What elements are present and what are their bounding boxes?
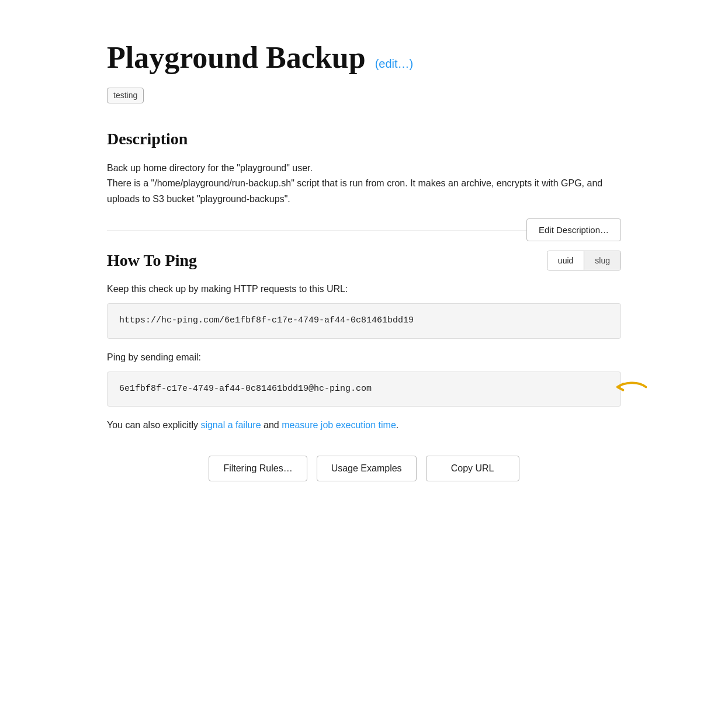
arrow-indicator bbox=[615, 375, 650, 402]
how-to-ping-section: How To Ping uuid slug Keep this check up… bbox=[107, 248, 621, 432]
page-title: Playground Backup bbox=[107, 35, 366, 81]
ping-section-header: How To Ping uuid slug bbox=[107, 248, 621, 273]
filtering-rules-button[interactable]: Filtering Rules… bbox=[209, 456, 307, 481]
also-text: You can also explicitly signal a failure… bbox=[107, 418, 621, 432]
uuid-slug-toggle: uuid slug bbox=[547, 251, 621, 270]
ping-intro-text: Keep this check up by making HTTP reques… bbox=[107, 282, 621, 296]
arrow-icon bbox=[615, 375, 650, 398]
tag-badge[interactable]: testing bbox=[107, 88, 144, 103]
slug-toggle-btn[interactable]: slug bbox=[584, 251, 620, 270]
page-container: Playground Backup (edit…) testing Descri… bbox=[60, 0, 668, 528]
description-body: Back up home directory for the "playgrou… bbox=[107, 161, 621, 207]
edit-link[interactable]: (edit…) bbox=[375, 55, 414, 72]
ping-url-value: https://hc-ping.com/6e1fbf8f-c17e-4749-a… bbox=[119, 315, 414, 325]
ping-url-box: https://hc-ping.com/6e1fbf8f-c17e-4749-a… bbox=[107, 303, 621, 339]
period: . bbox=[396, 420, 398, 430]
usage-examples-button[interactable]: Usage Examples bbox=[317, 456, 417, 481]
title-row: Playground Backup (edit…) bbox=[107, 35, 621, 81]
ping-heading: How To Ping bbox=[107, 248, 197, 273]
description-heading: Description bbox=[107, 127, 188, 151]
uuid-toggle-btn[interactable]: uuid bbox=[547, 251, 584, 270]
ping-email-value: 6e1fbf8f-c17e-4749-af44-0c81461bdd19@hc-… bbox=[119, 384, 372, 394]
measure-execution-link[interactable]: measure job execution time bbox=[282, 420, 396, 430]
description-header: Description bbox=[107, 127, 621, 151]
copy-url-button[interactable]: Copy URL bbox=[426, 456, 519, 481]
and-text: and bbox=[264, 420, 282, 430]
signal-failure-link[interactable]: signal a failure bbox=[200, 420, 261, 430]
description-line2: There is a "/home/playground/run-backup.… bbox=[107, 176, 621, 207]
bottom-actions: Filtering Rules… Usage Examples Copy URL bbox=[107, 456, 621, 481]
email-intro-text: Ping by sending email: bbox=[107, 350, 621, 365]
email-box-wrapper: 6e1fbf8f-c17e-4749-af44-0c81461bdd19@hc-… bbox=[107, 372, 621, 407]
also-text-before: You can also explicitly bbox=[107, 420, 198, 430]
section-divider bbox=[107, 230, 526, 231]
description-section: Description Back up home directory for t… bbox=[107, 127, 621, 207]
ping-email-box: 6e1fbf8f-c17e-4749-af44-0c81461bdd19@hc-… bbox=[107, 372, 621, 407]
edit-description-button[interactable]: Edit Description… bbox=[526, 218, 621, 241]
description-line1: Back up home directory for the "playgrou… bbox=[107, 161, 621, 176]
